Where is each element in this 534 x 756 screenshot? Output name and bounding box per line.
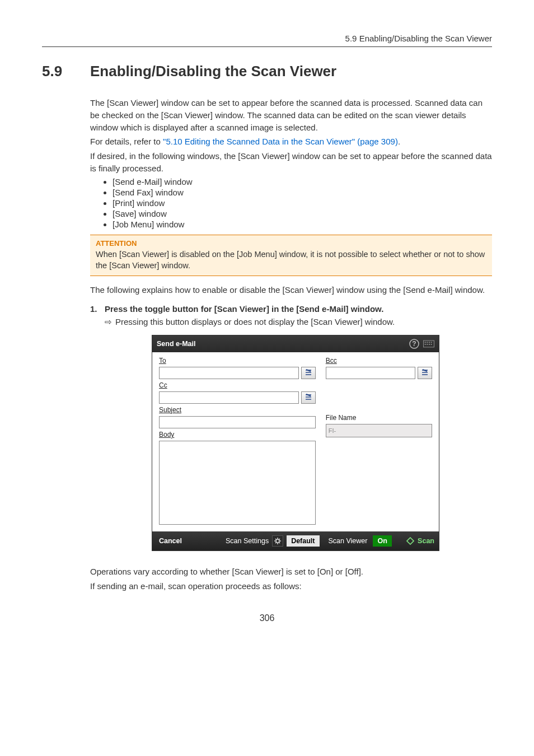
svg-rect-9 [429,344,430,345]
running-header: 5.9 Enabling/Disabling the Scan Viewer [42,34,492,47]
window-title: Send e-Mail [157,340,195,348]
attention-box: ATTENTION When [Scan Viewer] is disabled… [90,235,492,277]
cc-label: Cc [159,381,316,389]
tail-para-2: If sending an e-mail, scan operation pro… [90,580,492,592]
window-footer: Cancel Scan Settings Default Scan Viewer… [152,531,439,550]
intro-para-2: For details, refer to "5.10 Editing the … [90,136,492,148]
help-icon[interactable]: ? [409,338,420,349]
page-number: 306 [42,613,492,623]
scan-button[interactable]: Scan [406,537,434,545]
list-item: [Send e-Mail] window [113,177,492,186]
svg-rect-6 [431,342,432,343]
step-1: 1. Press the toggle button for [Scan Vie… [90,304,492,314]
svg-rect-7 [425,344,426,345]
step-result-text: Pressing this button displays or does no… [115,317,395,327]
bcc-field[interactable] [326,367,415,379]
default-button[interactable]: Default [287,535,319,547]
section-title: Enabling/Disabling the Scan Viewer [90,63,336,80]
attention-body: When [Scan Viewer] is disabled on the [J… [96,249,486,271]
window-titlebar: Send e-Mail ? [152,335,439,352]
list-item: [Send Fax] window [113,188,492,197]
intro-para-1: The [Scan Viewer] window can be set to a… [90,97,492,133]
svg-rect-3 [425,342,426,343]
subject-field[interactable] [159,416,316,428]
scan-settings-button[interactable]: Scan Settings [226,537,269,545]
section-number: 5.9 [42,63,90,80]
body-field[interactable] [159,441,316,525]
to-label: To [159,357,316,365]
body-label: Body [159,431,316,438]
attention-title: ATTENTION [96,239,486,249]
scan-viewer-label: Scan Viewer [329,537,368,545]
address-book-icon[interactable] [301,391,316,404]
result-arrow-icon: ⇨ [105,317,112,327]
send-email-window: Send e-Mail ? To [152,335,439,551]
intro-para-3: If desired, in the following windows, th… [90,150,492,175]
filename-field[interactable]: FI- [326,424,432,437]
bcc-label: Bcc [326,357,432,365]
lead-para: The following explains how to enable or … [90,284,492,296]
step-number: 1. [90,304,105,314]
address-book-icon[interactable] [418,367,432,379]
xref-link[interactable]: "5.10 Editing the Scanned Data in the Sc… [163,137,398,146]
step-text: Press the toggle button for [Scan Viewer… [105,304,383,314]
svg-rect-4 [427,342,428,343]
svg-text:?: ? [412,340,416,348]
gear-icon[interactable] [272,535,283,547]
keyboard-icon[interactable] [423,338,434,349]
scan-icon [406,537,414,545]
scan-viewer-toggle[interactable]: On [373,535,391,547]
to-field[interactable] [159,367,299,379]
step-result: ⇨ Pressing this button displays or does … [105,317,492,327]
list-item: [Job Menu] window [113,220,492,229]
tail-para-1: Operations vary according to whether [Sc… [90,566,492,578]
list-item: [Print] window [113,198,492,208]
svg-rect-5 [429,342,430,343]
cc-field[interactable] [159,391,299,404]
subject-label: Subject [159,406,316,414]
filename-label: File Name [326,414,432,422]
svg-rect-8 [427,344,428,345]
window-list: [Send e-Mail] window [Send Fax] window [… [113,177,492,229]
cancel-button[interactable]: Cancel [159,537,182,545]
svg-rect-10 [431,344,432,345]
section-heading: 5.9 Enabling/Disabling the Scan Viewer [42,63,492,80]
address-book-icon[interactable] [301,367,316,379]
list-item: [Save] window [113,209,492,218]
svg-point-11 [276,539,279,543]
